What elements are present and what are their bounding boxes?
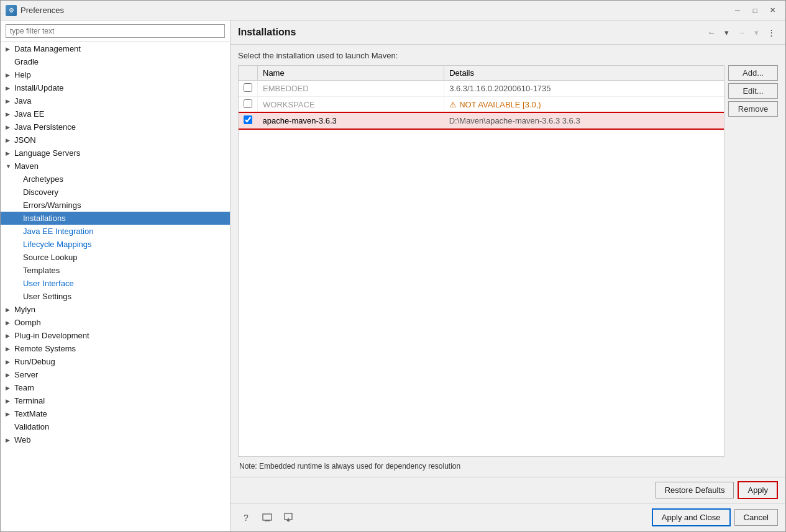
svg-rect-0: [263, 514, 272, 520]
back-button[interactable]: ←: [705, 25, 718, 39]
row-checkbox-cell[interactable]: [239, 81, 258, 97]
table-and-buttons: Name Details EMBEDDED: [238, 65, 778, 457]
maximize-button[interactable]: □: [747, 4, 763, 17]
row-checkbox-embedded[interactable]: [244, 83, 252, 92]
col-checkbox: [239, 66, 258, 81]
sidebar-item-java-ee-integration[interactable]: Java EE Integration: [1, 225, 230, 238]
note-text: Note: Embedded runtime is always used fo…: [238, 462, 778, 471]
sidebar-item-team[interactable]: ▶ Team: [1, 381, 230, 394]
row-checkbox-apache-maven[interactable]: [244, 115, 252, 124]
panel-menu-button[interactable]: ⋮: [764, 25, 778, 39]
forward-dropdown-button[interactable]: ▾: [749, 25, 763, 39]
row-name-embedded: EMBEDDED: [258, 81, 444, 97]
table-row: WORKSPACE ⚠NOT AVAILABLE [3.0,): [239, 97, 724, 113]
arrow-icon: ▶: [6, 372, 14, 378]
title-bar: ⚙ Preferences ─ □ ✕: [1, 1, 785, 20]
installations-table: Name Details EMBEDDED: [239, 66, 724, 128]
table-row-selected[interactable]: apache-maven-3.6.3 D:\Maven\apache-maven…: [239, 113, 724, 129]
arrow-icon: ▶: [6, 385, 14, 391]
apply-button[interactable]: Apply: [738, 481, 778, 499]
sidebar-item-plugin-development[interactable]: ▶ Plug-in Development: [1, 329, 230, 342]
sidebar-item-discovery[interactable]: Discovery: [1, 186, 230, 199]
sidebar-item-java-ee[interactable]: ▶ Java EE: [1, 107, 230, 120]
arrow-icon: ▶: [6, 98, 14, 104]
arrow-icon: ▶: [6, 437, 14, 443]
side-buttons: Add... Edit... Remove: [728, 65, 778, 457]
sidebar-item-validation[interactable]: Validation: [1, 420, 230, 433]
edit-button[interactable]: Edit...: [728, 83, 778, 99]
col-name: Name: [258, 66, 444, 81]
sidebar-item-install-update[interactable]: ▶ Install/Update: [1, 81, 230, 94]
add-button[interactable]: Add...: [728, 65, 778, 81]
sidebar-item-user-settings[interactable]: User Settings: [1, 290, 230, 303]
col-details: Details: [444, 66, 724, 81]
arrow-icon: ▶: [6, 85, 14, 91]
row-details-workspace: ⚠NOT AVAILABLE [3.0,): [444, 97, 724, 113]
sidebar-item-server[interactable]: ▶ Server: [1, 368, 230, 381]
sidebar-item-data-management[interactable]: ▶ Data Management: [1, 42, 230, 55]
sidebar-item-maven[interactable]: ▼ Maven: [1, 160, 230, 173]
cancel-button[interactable]: Cancel: [734, 509, 778, 526]
sidebar-item-archetypes[interactable]: Archetypes: [1, 173, 230, 186]
row-details-embedded: 3.6.3/1.16.0.20200610-1735: [444, 81, 724, 97]
panel-body: Select the installation used to launch M…: [231, 45, 785, 477]
row-details-apache-maven: D:\Maven\apache-maven-3.6.3 3.6.3: [444, 113, 724, 129]
sidebar-item-json[interactable]: ▶ JSON: [1, 133, 230, 147]
sidebar-item-language-servers[interactable]: ▶ Language Servers: [1, 147, 230, 160]
bottom-left-icons: ?: [238, 510, 296, 525]
sidebar-item-java-persistence[interactable]: ▶ Java Persistence: [1, 120, 230, 133]
apply-and-close-button[interactable]: Apply and Close: [652, 508, 731, 526]
sidebar-item-terminal[interactable]: ▶ Terminal: [1, 394, 230, 407]
forward-button[interactable]: →: [734, 25, 748, 39]
arrow-icon: ▶: [6, 411, 14, 417]
sidebar-item-lifecycle-mappings[interactable]: Lifecycle Mappings: [1, 238, 230, 251]
sidebar-item-user-interface[interactable]: User Interface: [1, 277, 230, 290]
import-icon-button[interactable]: [280, 510, 296, 525]
search-input[interactable]: [6, 24, 225, 38]
row-name-workspace: WORKSPACE: [258, 97, 444, 113]
sidebar-item-remote-systems[interactable]: ▶ Remote Systems: [1, 342, 230, 355]
table-header-row: Name Details: [239, 66, 724, 81]
bottom-bar: ?: [231, 503, 785, 531]
restore-apply-bar: Restore Defaults Apply: [231, 477, 785, 503]
row-checkbox-cell[interactable]: [239, 113, 258, 129]
panel-header: Installations ← ▾ → ▾ ⋮: [231, 20, 785, 45]
arrow-icon: ▶: [6, 124, 14, 130]
arrow-icon: ▼: [6, 163, 14, 169]
sidebar-item-installations[interactable]: Installations: [1, 212, 230, 225]
sidebar-item-mylyn[interactable]: ▶ Mylyn: [1, 303, 230, 316]
sidebar-item-oomph[interactable]: ▶ Oomph: [1, 316, 230, 329]
minimize-button[interactable]: ─: [729, 4, 746, 17]
tree-area: ▶ Data Management Gradle ▶ Help ▶ Instal…: [1, 42, 230, 531]
sidebar-item-templates[interactable]: Templates: [1, 264, 230, 277]
arrow-icon: ▶: [6, 307, 14, 313]
arrow-icon: ▶: [6, 150, 14, 156]
sidebar-item-help[interactable]: ▶ Help: [1, 68, 230, 81]
arrow-icon: ▶: [6, 72, 14, 78]
back-dropdown-button[interactable]: ▾: [720, 25, 733, 39]
preferences-window: ⚙ Preferences ─ □ ✕ ▶ Data Management: [0, 0, 786, 532]
sidebar-item-gradle[interactable]: Gradle: [1, 55, 230, 68]
help-icon-button[interactable]: ?: [238, 510, 254, 525]
remove-button[interactable]: Remove: [728, 101, 778, 117]
sidebar-item-errors-warnings[interactable]: Errors/Warnings: [1, 199, 230, 212]
sidebar-item-textmate[interactable]: ▶ TextMate: [1, 407, 230, 420]
warning-icon: ⚠: [449, 100, 457, 109]
arrow-icon: ▶: [6, 359, 14, 365]
row-checkbox-workspace[interactable]: [244, 99, 252, 108]
window-controls: ─ □ ✕: [729, 4, 780, 17]
sidebar-item-run-debug[interactable]: ▶ Run/Debug: [1, 355, 230, 368]
content-area: ▶ Data Management Gradle ▶ Help ▶ Instal…: [1, 20, 785, 531]
close-button[interactable]: ✕: [764, 4, 780, 17]
restore-defaults-button[interactable]: Restore Defaults: [656, 482, 734, 498]
sidebar-item-web[interactable]: ▶ Web: [1, 433, 230, 446]
export-icon-button[interactable]: [259, 510, 275, 525]
sidebar-item-source-lookup[interactable]: Source Lookup: [1, 251, 230, 264]
arrow-icon: ▶: [6, 111, 14, 117]
arrow-icon: ▶: [6, 137, 14, 143]
row-checkbox-cell[interactable]: [239, 97, 258, 113]
sidebar-item-java[interactable]: ▶ Java: [1, 94, 230, 107]
sidebar: ▶ Data Management Gradle ▶ Help ▶ Instal…: [1, 20, 231, 531]
window-title: Preferences: [21, 6, 729, 15]
arrow-icon: ▶: [6, 346, 14, 352]
